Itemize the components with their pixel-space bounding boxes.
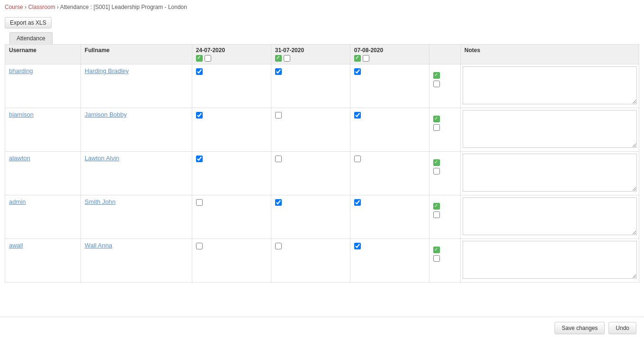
table-row: bhardingHarding Bradley (5, 64, 639, 108)
row4-date3-checkbox[interactable] (354, 243, 361, 249)
date1-all-absent-checkbox[interactable] (205, 55, 211, 62)
table-row: alawtonLawton Alvin (5, 152, 639, 195)
col-date1: 24-07-2020 (192, 45, 271, 64)
row3-notes-textarea[interactable] (463, 197, 637, 235)
row4-date2-checkbox[interactable] (275, 243, 282, 249)
username-link[interactable]: bjamison (9, 111, 34, 118)
row4-notes-textarea[interactable] (463, 241, 637, 279)
row2-date3-checkbox[interactable] (354, 156, 361, 162)
row2-notes-textarea[interactable] (463, 154, 637, 192)
row1-date1-checkbox[interactable] (196, 112, 203, 119)
breadcrumb-course[interactable]: Course (5, 4, 23, 10)
cell-username: admin (5, 195, 81, 239)
attendance-table: Username Fullname 24-07-2020 31-07-2020 (5, 44, 639, 283)
fullname-link[interactable]: Wall Anna (85, 242, 112, 249)
cell-fullname: Jamison Bobby (80, 108, 192, 152)
export-xls-button[interactable]: Export as XLS (5, 17, 52, 28)
cell-date1 (192, 152, 271, 195)
breadcrumb-attendance: Attendance (60, 4, 89, 10)
cell-notes (460, 239, 639, 283)
breadcrumb: Course › Classroom › Attendance : [S001]… (0, 0, 644, 14)
username-link[interactable]: bharding (9, 67, 33, 74)
table-header-row: Username Fullname 24-07-2020 31-07-2020 (5, 45, 639, 64)
cell-date3 (350, 239, 429, 283)
date2-all-present-icon[interactable] (275, 55, 282, 62)
cell-date2 (271, 108, 350, 152)
col-fullname: Fullname (80, 45, 192, 64)
date3-all-absent-checkbox[interactable] (363, 55, 369, 62)
cell-fullname: Harding Bradley (80, 64, 192, 108)
cell-date1 (192, 195, 271, 239)
cell-notes (460, 152, 639, 195)
col-date2: 31-07-2020 (271, 45, 350, 64)
row4-date1-checkbox[interactable] (196, 243, 203, 249)
row1-date2-checkbox[interactable] (275, 112, 282, 119)
date1-all-present-icon[interactable] (196, 55, 203, 62)
fullname-link[interactable]: Smith John (85, 198, 116, 205)
cell-date2 (271, 64, 350, 108)
breadcrumb-session: [S001] Leadership Program - London (93, 4, 187, 10)
attendance-table-container: Username Fullname 24-07-2020 31-07-2020 (0, 44, 644, 283)
cell-date3 (350, 152, 429, 195)
cell-notes (460, 195, 639, 239)
cell-username: bjamison (5, 108, 81, 152)
cell-date2 (271, 239, 350, 283)
row3-date2-checkbox[interactable] (275, 199, 282, 206)
cell-date3 (350, 64, 429, 108)
date2-all-absent-checkbox[interactable] (284, 55, 290, 62)
cell-notes (460, 108, 639, 152)
username-link[interactable]: awall (9, 242, 23, 249)
cell-col4 (429, 239, 460, 283)
cell-date1 (192, 239, 271, 283)
row1-col4-checkbox[interactable] (433, 124, 440, 131)
row4-col4-green-icon[interactable] (433, 247, 440, 253)
toolbar: Export as XLS (0, 14, 644, 32)
row1-date3-checkbox[interactable] (354, 112, 361, 119)
fullname-link[interactable]: Lawton Alvin (85, 155, 119, 162)
fullname-link[interactable]: Harding Bradley (85, 67, 129, 74)
row0-col4-green-icon[interactable] (433, 72, 440, 79)
cell-date3 (350, 195, 429, 239)
cell-col4 (429, 195, 460, 239)
table-row: awallWall Anna (5, 239, 639, 283)
cell-username: awall (5, 239, 81, 283)
attendance-tab[interactable]: Attendance (9, 32, 53, 44)
cell-fullname: Lawton Alvin (80, 152, 192, 195)
row0-col4-checkbox[interactable] (433, 81, 440, 87)
row1-notes-textarea[interactable] (463, 110, 637, 148)
row0-date1-checkbox[interactable] (196, 68, 203, 75)
fullname-link[interactable]: Jamison Bobby (85, 111, 127, 118)
col-col4 (429, 45, 460, 64)
cell-fullname: Smith John (80, 195, 192, 239)
cell-date1 (192, 108, 271, 152)
row2-col4-green-icon[interactable] (433, 159, 440, 166)
row0-notes-textarea[interactable] (463, 66, 637, 104)
cell-col4 (429, 152, 460, 195)
row3-col4-green-icon[interactable] (433, 203, 440, 210)
table-row: bjamisonJamison Bobby (5, 108, 639, 152)
row3-date1-checkbox[interactable] (196, 199, 203, 206)
row2-date2-checkbox[interactable] (275, 156, 282, 162)
cell-date2 (271, 195, 350, 239)
cell-fullname: Wall Anna (80, 239, 192, 283)
cell-username: alawton (5, 152, 81, 195)
username-link[interactable]: admin (9, 198, 26, 205)
cell-col4 (429, 64, 460, 108)
cell-date1 (192, 64, 271, 108)
row0-date2-checkbox[interactable] (275, 68, 282, 75)
breadcrumb-classroom[interactable]: Classroom (28, 4, 55, 10)
row3-date3-checkbox[interactable] (354, 199, 361, 206)
col-username: Username (5, 45, 81, 64)
row2-date1-checkbox[interactable] (196, 156, 203, 162)
row4-col4-checkbox[interactable] (433, 255, 440, 262)
date3-all-present-icon[interactable] (354, 55, 361, 62)
username-link[interactable]: alawton (9, 155, 30, 162)
cell-username: bharding (5, 64, 81, 108)
cell-date3 (350, 108, 429, 152)
row3-col4-checkbox[interactable] (433, 211, 440, 218)
table-row: adminSmith John (5, 195, 639, 239)
row2-col4-checkbox[interactable] (433, 168, 440, 174)
row1-col4-green-icon[interactable] (433, 116, 440, 122)
cell-col4 (429, 108, 460, 152)
row0-date3-checkbox[interactable] (354, 68, 361, 75)
